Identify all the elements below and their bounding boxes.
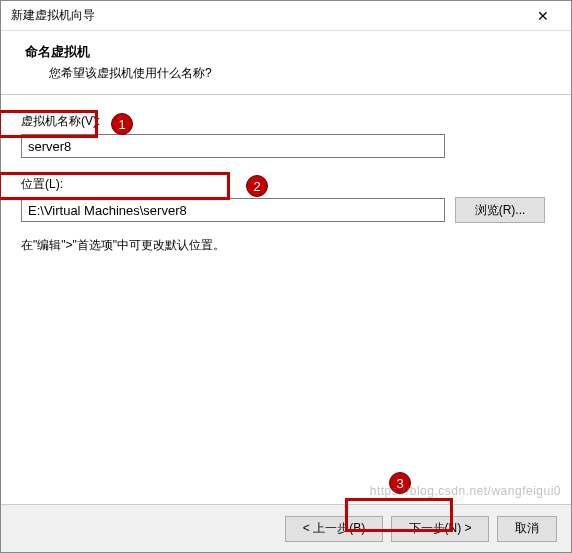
location-row: 浏览(R)... bbox=[21, 197, 551, 223]
vm-name-input[interactable] bbox=[21, 134, 445, 158]
location-label: 位置(L): bbox=[21, 176, 551, 193]
browse-button[interactable]: 浏览(R)... bbox=[455, 197, 545, 223]
default-location-hint: 在"编辑">"首选项"中可更改默认位置。 bbox=[21, 237, 551, 254]
next-button[interactable]: 下一步(N) > bbox=[391, 516, 489, 542]
wizard-footer: < 上一步(B) 下一步(N) > 取消 bbox=[1, 504, 571, 552]
wizard-header: 命名虚拟机 您希望该虚拟机使用什么名称? bbox=[1, 31, 571, 95]
vm-name-label: 虚拟机名称(V): bbox=[21, 113, 551, 130]
window-title: 新建虚拟机向导 bbox=[11, 7, 95, 24]
wizard-window: 新建虚拟机向导 ✕ 命名虚拟机 您希望该虚拟机使用什么名称? 虚拟机名称(V):… bbox=[0, 0, 572, 553]
close-button[interactable]: ✕ bbox=[523, 2, 563, 30]
wizard-step-subtitle: 您希望该虚拟机使用什么名称? bbox=[1, 61, 571, 82]
wizard-content: 虚拟机名称(V): 位置(L): 浏览(R)... 在"编辑">"首选项"中可更… bbox=[1, 95, 571, 504]
back-button[interactable]: < 上一步(B) bbox=[285, 516, 383, 542]
close-icon: ✕ bbox=[537, 8, 549, 24]
wizard-step-title: 命名虚拟机 bbox=[1, 43, 571, 61]
location-input[interactable] bbox=[21, 198, 445, 222]
cancel-button[interactable]: 取消 bbox=[497, 516, 557, 542]
titlebar: 新建虚拟机向导 ✕ bbox=[1, 1, 571, 31]
